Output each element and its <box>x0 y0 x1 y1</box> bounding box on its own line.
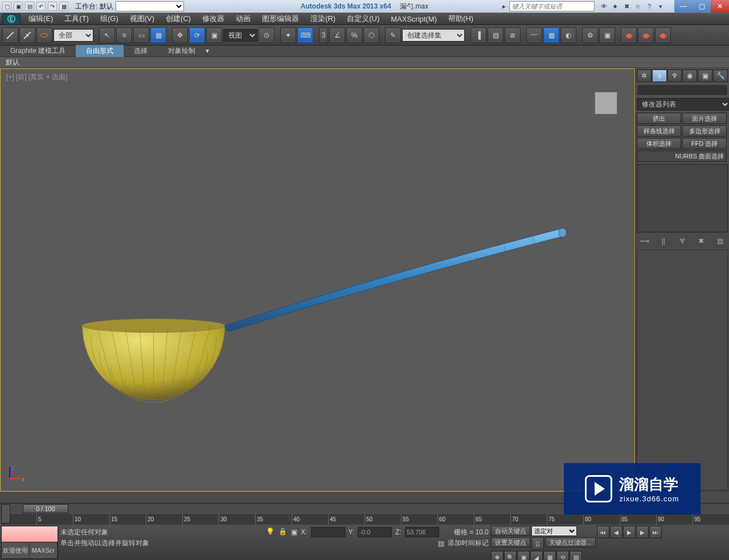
angle-snap-icon[interactable]: ∠ <box>329 27 345 43</box>
menu-tools[interactable]: 工具(T) <box>59 12 95 26</box>
layers-icon[interactable]: ≣ <box>505 27 521 43</box>
goto-end-icon[interactable]: ⏭ <box>649 526 662 538</box>
rendered-frame-icon[interactable]: ▣ <box>599 27 615 43</box>
menu-maxscript[interactable]: MAXScript(M) <box>385 13 443 25</box>
ribbon-tab-graphite[interactable]: Graphite 建模工具 <box>0 45 76 57</box>
rollout-area[interactable] <box>637 250 728 490</box>
time-slider-handle[interactable]: 0 / 100 <box>23 504 68 513</box>
configure-sets-icon[interactable]: ▤ <box>715 236 725 246</box>
qat-link-icon[interactable]: ▦ <box>59 2 68 11</box>
ribbon-tab-selection[interactable]: 选择 <box>124 45 158 57</box>
curve-editor-icon[interactable]: 〰 <box>526 27 542 43</box>
bind-spacewarp-icon[interactable] <box>36 27 52 43</box>
unlink-icon[interactable] <box>19 27 35 43</box>
material-editor-icon[interactable]: ◐ <box>560 27 576 43</box>
snap-3d-icon[interactable]: 3 <box>319 27 328 43</box>
info-arrow-icon[interactable]: ▸ <box>502 2 506 10</box>
qat-new-icon[interactable]: ▢ <box>2 2 11 11</box>
select-manipulate-icon[interactable]: ✦ <box>280 27 296 43</box>
mod-btn-poly-select[interactable]: 多边形选择 <box>682 125 727 137</box>
close-button[interactable]: ✕ <box>711 0 729 13</box>
menu-customize[interactable]: 自定义(U) <box>341 12 385 26</box>
select-object-icon[interactable]: ↖ <box>99 27 115 43</box>
pivot-center-icon[interactable]: ⊙ <box>259 27 275 43</box>
qat-open-icon[interactable]: ▣ <box>14 2 23 11</box>
pin-stack-icon[interactable]: ⟿ <box>640 236 650 246</box>
maximize-viewport-icon[interactable]: ▤ <box>570 551 582 560</box>
menu-help[interactable]: 帮助(H) <box>443 12 479 26</box>
mod-btn-extrude[interactable]: 挤出 <box>637 113 681 124</box>
mod-btn-nurbs-select[interactable]: NURBS 曲面选择 <box>637 150 727 162</box>
modifier-stack[interactable] <box>637 164 728 232</box>
orbit-icon[interactable]: ⟲ <box>556 551 569 560</box>
maxscript-label[interactable]: MAXScr <box>30 542 58 558</box>
mod-btn-spline-select[interactable]: 样条线选择 <box>637 125 681 137</box>
ribbon-tab-paint[interactable]: 对象绘制 <box>158 45 206 57</box>
maximize-button[interactable]: ▢ <box>693 0 711 13</box>
spinner-snap-icon[interactable]: ⬡ <box>363 27 379 43</box>
mirror-icon[interactable]: ▐ <box>470 27 486 43</box>
bulb-icon[interactable]: 💡 <box>266 528 275 537</box>
render-setup-icon[interactable]: ⚙ <box>582 27 598 43</box>
macro-recorder[interactable] <box>2 526 58 542</box>
play-icon[interactable]: ▶ <box>623 526 636 538</box>
menu-graph-editors[interactable]: 图形编辑器 <box>256 12 305 26</box>
menu-edit[interactable]: 编辑(E) <box>23 12 59 26</box>
move-icon[interactable]: ✥ <box>172 27 188 43</box>
exchange-icon[interactable]: ✖ <box>622 2 631 11</box>
align-icon[interactable]: ▤ <box>488 27 503 43</box>
goto-start-icon[interactable]: ⏮ <box>597 526 609 538</box>
tab-motion-icon[interactable]: ◉ <box>682 70 697 82</box>
percent-snap-icon[interactable]: % <box>346 27 362 43</box>
prev-frame-icon[interactable]: ◀ <box>610 526 622 538</box>
menu-views[interactable]: 视图(V) <box>124 12 160 26</box>
key-filters-button[interactable]: 关键点过滤器... <box>545 537 596 547</box>
tab-display-icon[interactable]: ▣ <box>698 70 712 82</box>
tab-modify-icon[interactable]: ◗ <box>652 70 667 82</box>
show-end-result-icon[interactable]: || <box>658 236 669 246</box>
favorites-icon[interactable]: ☆ <box>633 2 642 11</box>
tab-utilities-icon[interactable]: 🔧 <box>713 70 728 82</box>
scale-icon[interactable]: ▣ <box>206 27 222 43</box>
mod-btn-patch-select[interactable]: 面片选择 <box>682 113 727 124</box>
help-search-input[interactable] <box>509 1 595 11</box>
help-dropdown-icon[interactable]: ▾ <box>656 2 665 11</box>
link-icon[interactable] <box>2 27 18 43</box>
named-selection-select[interactable]: 创建选择集 <box>402 29 465 42</box>
schematic-view-icon[interactable]: ▦ <box>543 27 559 43</box>
next-frame-icon[interactable]: ▶ <box>636 526 649 538</box>
rotate-icon[interactable]: ⟳ <box>189 27 205 43</box>
zoom-extents-icon[interactable]: ▦ <box>543 551 556 560</box>
viewcube[interactable] <box>595 92 617 115</box>
tab-create-icon[interactable]: ✲ <box>637 70 652 82</box>
key-icon[interactable]: ⍓ <box>531 537 544 550</box>
render-production-icon[interactable]: 🫖 <box>621 27 637 43</box>
track-bar-toggle[interactable] <box>1 504 10 524</box>
mod-btn-ffd-select[interactable]: FFD 选择 <box>682 138 727 149</box>
menu-group[interactable]: 组(G) <box>95 12 124 26</box>
menu-rendering[interactable]: 渲染(R) <box>305 12 341 26</box>
minimize-button[interactable]: — <box>674 0 693 13</box>
object-name-input[interactable] <box>637 84 728 96</box>
window-crossing-icon[interactable]: ▦ <box>150 27 166 43</box>
viewport-front[interactable]: [+] [前] [真实 + 边面] <box>0 68 635 492</box>
comm-center-icon[interactable]: 👁 <box>599 2 608 11</box>
help-icon[interactable]: ? <box>645 2 654 11</box>
pan-icon[interactable]: ✥ <box>491 551 503 560</box>
qat-redo-icon[interactable]: ↷ <box>48 2 57 11</box>
coord-y-input[interactable] <box>358 527 392 537</box>
coord-x-input[interactable] <box>311 527 345 537</box>
mod-btn-volume-select[interactable]: 体积选择 <box>637 138 681 149</box>
workspace-select[interactable] <box>116 1 184 11</box>
qat-undo-icon[interactable]: ↶ <box>36 2 46 11</box>
render-activeshade-icon[interactable]: 🫖 <box>655 27 671 43</box>
comm-center-icon-2[interactable]: ▤ <box>438 539 444 547</box>
autokey-button[interactable]: 自动关键点 <box>491 526 530 536</box>
zoom-icon[interactable]: 🔍 <box>504 551 517 560</box>
render-iterative-icon[interactable]: 🫖 <box>638 27 654 43</box>
menu-animation[interactable]: 动画 <box>230 12 256 26</box>
key-mode-select[interactable]: 选定对 <box>531 526 577 536</box>
modifier-list-select[interactable]: 修改器列表 <box>637 98 729 111</box>
lock-icon[interactable]: 🔒 <box>279 528 288 537</box>
zoom-all-icon[interactable]: ▣ <box>517 551 530 560</box>
